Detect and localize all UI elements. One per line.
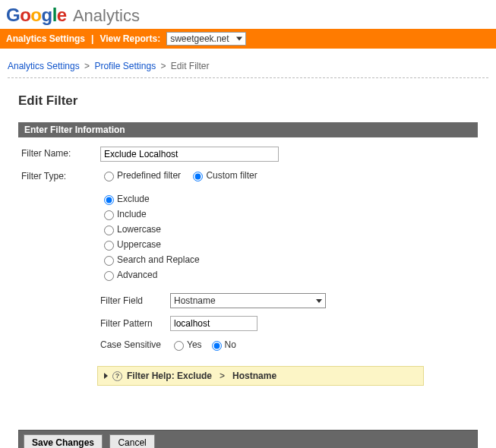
- case-no-radio[interactable]: [212, 341, 222, 351]
- filter-pattern-label: Filter Pattern: [100, 318, 170, 329]
- top-nav-bar: Analytics Settings | View Reports: sweet…: [0, 29, 496, 49]
- filter-pattern-input[interactable]: [170, 316, 257, 331]
- logo: Google Analytics: [0, 0, 496, 29]
- predefined-radio[interactable]: [104, 172, 114, 181]
- case-sensitive-label: Case Sensitive: [100, 339, 170, 350]
- opt-lowercase[interactable]: Lowercase: [100, 223, 472, 235]
- analytics-wordmark: Analytics: [73, 6, 140, 25]
- google-logo: Google: [6, 5, 71, 25]
- opt-exclude[interactable]: Exclude: [100, 193, 472, 205]
- site-dropdown[interactable]: sweetgeek.net: [166, 32, 246, 46]
- advanced-radio[interactable]: [104, 271, 114, 281]
- filter-form: Filter Name: Filter Type: Predefined fil…: [18, 137, 478, 399]
- filter-field-dropdown[interactable]: Hostname: [170, 293, 326, 308]
- case-no[interactable]: No: [208, 339, 236, 351]
- filter-field-value: Hostname: [174, 295, 216, 306]
- opt-search-replace[interactable]: Search and Replace: [100, 254, 472, 266]
- filter-name-label: Filter Name:: [18, 147, 100, 159]
- opt-uppercase[interactable]: Uppercase: [100, 238, 472, 251]
- help-icon: ?: [112, 371, 122, 381]
- opt-include[interactable]: Include: [100, 208, 472, 220]
- save-button[interactable]: Save Changes: [24, 434, 103, 448]
- custom-filter-options: Exclude Include Lowercase Uppercase: [100, 193, 478, 281]
- opt-advanced[interactable]: Advanced: [100, 269, 472, 281]
- breadcrumb-profile-settings[interactable]: Profile Settings: [94, 61, 156, 71]
- chevron-down-icon: [316, 299, 322, 303]
- breadcrumb-analytics-settings[interactable]: Analytics Settings: [8, 61, 80, 71]
- case-yes-radio[interactable]: [174, 341, 184, 351]
- section-header: Enter Filter Information: [18, 122, 478, 137]
- filter-type-label: Filter Type:: [18, 169, 100, 181]
- lowercase-radio[interactable]: [104, 226, 114, 235]
- filter-name-input[interactable]: [100, 147, 279, 162]
- analytics-settings-link[interactable]: Analytics Settings: [6, 33, 85, 44]
- filter-field-label: Filter Field: [100, 295, 170, 306]
- site-dropdown-value: sweetgeek.net: [170, 33, 229, 44]
- triangle-right-icon: [104, 373, 108, 379]
- breadcrumb: Analytics Settings > Profile Settings > …: [0, 49, 496, 76]
- filter-type-predefined[interactable]: Predefined filter: [100, 169, 181, 181]
- help-text-prefix: Filter Help: Exclude: [127, 371, 212, 381]
- filter-type-custom[interactable]: Custom filter: [189, 169, 257, 181]
- chevron-down-icon: [236, 37, 242, 41]
- footer-action-bar: Save Changes Cancel: [18, 430, 478, 448]
- case-yes[interactable]: Yes: [170, 339, 202, 351]
- include-radio[interactable]: [104, 210, 114, 220]
- cancel-button[interactable]: Cancel: [109, 434, 154, 448]
- custom-radio[interactable]: [193, 172, 203, 181]
- exclude-radio[interactable]: [104, 195, 114, 205]
- help-arrow: >: [220, 371, 225, 381]
- help-text-suffix: Hostname: [232, 371, 276, 381]
- search-replace-radio[interactable]: [104, 256, 114, 266]
- uppercase-radio[interactable]: [104, 241, 114, 251]
- nav-divider: |: [91, 33, 93, 44]
- filter-help-bar[interactable]: ? Filter Help: Exclude > Hostname: [97, 366, 424, 386]
- view-reports-label: View Reports:: [100, 33, 160, 44]
- page-title: Edit Filter: [18, 93, 478, 109]
- breadcrumb-current: Edit Filter: [171, 61, 210, 71]
